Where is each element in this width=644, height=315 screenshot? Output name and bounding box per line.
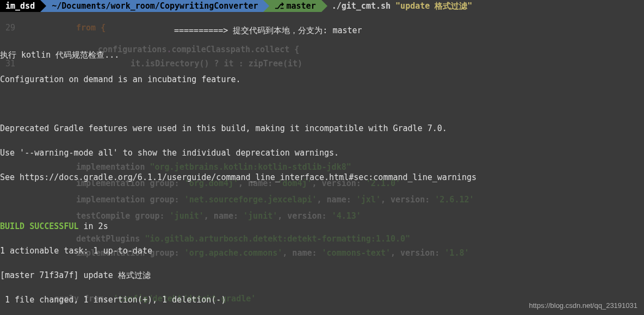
output-line — [0, 196, 644, 208]
output-line — [0, 98, 644, 110]
git-branch-icon: ⎇ — [275, 0, 284, 12]
command-input[interactable]: ./git_cmt.sh "update 格式过滤" — [327, 0, 473, 12]
prompt-user: im_dsd — [0, 0, 40, 12]
prompt-path: ~/Documents/work_room/CopywritingConvert… — [46, 0, 263, 12]
watermark: https://blog.csdn.net/qq_23191031 — [529, 300, 638, 311]
output-line: 执行 kotlin 代码规范检查... — [0, 49, 644, 61]
output-line: Use '--warning-mode all' to show the ind… — [0, 147, 644, 159]
output-line: [master 71f3a7f] update 格式过滤 — [0, 269, 644, 282]
output-line: Deprecated Gradle features were used in … — [0, 122, 644, 135]
output-line: See https://docs.gradle.org/6.1.1/usergu… — [0, 171, 644, 184]
output-line: ==========> 提交代码到本地，分支为: master — [0, 24, 644, 37]
separator-icon — [40, 0, 46, 12]
terminal-output[interactable]: ==========> 提交代码到本地，分支为: master 执行 kotli… — [0, 12, 644, 315]
separator-icon — [321, 0, 327, 12]
shell-prompt: im_dsd ~/Documents/work_room/Copywriting… — [0, 0, 644, 12]
prompt-branch: ⎇master — [269, 0, 321, 12]
output-line: Configuration on demand is an incubating… — [0, 73, 644, 86]
separator-icon — [263, 0, 269, 12]
build-status: BUILD SUCCESSFUL in 2s — [0, 220, 644, 233]
output-line: 1 actionable task: 1 up-to-date — [0, 245, 644, 257]
terminal-overlay[interactable]: im_dsd ~/Documents/work_room/Copywriting… — [0, 0, 644, 315]
